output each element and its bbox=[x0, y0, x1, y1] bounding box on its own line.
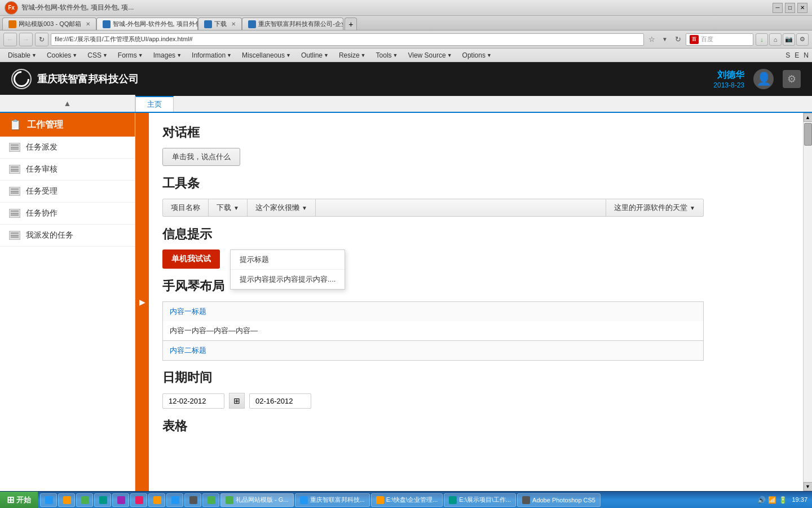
new-tab-button[interactable]: + bbox=[345, 17, 357, 30]
search-box[interactable]: 百 百度 bbox=[686, 33, 753, 46]
browser-titlebar: Fx 智城-外包网-软件外包, 项目外包, 项... ─ □ ✕ bbox=[0, 0, 812, 16]
address-bar: ← → ↻ ☆ ▼ ↻ 百 百度 ↓ ⌂ 📷 ⚙ bbox=[0, 30, 812, 49]
window-controls: ─ □ ✕ bbox=[773, 3, 807, 13]
bookmark-dropdown-icon[interactable]: ▼ bbox=[659, 34, 670, 45]
info-dropdown-item-title[interactable]: 提示标题 bbox=[231, 250, 345, 270]
dialog-button[interactable]: 单击我，说点什么 bbox=[162, 148, 240, 166]
dev-menu-images[interactable]: Images ▼ bbox=[149, 50, 186, 60]
app-header: 重庆联智富邦科技公司 刘德华 2013-8-23 👤 ⚙ bbox=[0, 62, 812, 96]
forward-button[interactable]: → bbox=[19, 33, 33, 46]
close-button[interactable]: ✕ bbox=[797, 3, 807, 13]
back-button[interactable]: ← bbox=[3, 33, 17, 46]
taskbar-item-folder2[interactable]: E:\展示项目\工作... bbox=[444, 493, 516, 507]
scrollbar-down-button[interactable]: ▼ bbox=[804, 482, 813, 491]
app-main: 📋 工作管理 任务派发 任务审核 bbox=[0, 113, 812, 491]
taskbar-quicklaunch-extra6[interactable] bbox=[166, 493, 183, 507]
settings-button[interactable]: ⚙ bbox=[783, 70, 801, 88]
address-input[interactable] bbox=[51, 33, 644, 46]
tab-favicon-download bbox=[204, 20, 212, 28]
search-placeholder: 百度 bbox=[701, 35, 713, 43]
sidebar-collapse-button[interactable]: ▲ bbox=[0, 95, 135, 112]
dev-menu-cookies-label: Cookies bbox=[47, 51, 71, 59]
accordion-title-1[interactable]: 内容一标题 bbox=[163, 302, 703, 321]
info-section-wrapper: 单机我试试 提示标题 提示内容提示内容提示内容.... bbox=[162, 249, 789, 269]
maximize-button[interactable]: □ bbox=[785, 3, 795, 13]
dev-menu-viewsource[interactable]: View Source ▼ bbox=[403, 50, 456, 60]
refresh-icon[interactable]: ↻ bbox=[672, 34, 683, 45]
taskbar-quicklaunch-extra1[interactable] bbox=[76, 493, 93, 507]
info-dropdown-item-content[interactable]: 提示内容提示内容提示内容.... bbox=[231, 270, 345, 289]
dev-right-e[interactable]: E bbox=[795, 51, 799, 59]
sidebar-item-task-dispatch[interactable]: 任务派发 bbox=[0, 137, 135, 159]
toolbar-item-project[interactable]: 项目名称 bbox=[163, 199, 209, 216]
accordion-title-2[interactable]: 内容二标题 bbox=[163, 341, 703, 360]
dev-menu-misc[interactable]: Miscellaneous ▼ bbox=[237, 50, 295, 60]
firefox-logo[interactable]: Fx bbox=[5, 1, 18, 15]
toolbar-item-lazy[interactable]: 这个家伙很懒 ▼ bbox=[248, 199, 316, 216]
dev-menu-options-label: Options bbox=[462, 51, 486, 59]
dev-right-s[interactable]: S bbox=[785, 51, 790, 59]
toolbar-item-lazy-label: 这个家伙很懒 bbox=[255, 203, 299, 213]
start-button[interactable]: ⊞ 开始 bbox=[0, 492, 38, 509]
table-section-title: 表格 bbox=[162, 418, 789, 435]
taskbar-quicklaunch-extra2[interactable] bbox=[94, 493, 111, 507]
sidebar-item-my-tasks[interactable]: 我派发的任务 bbox=[0, 225, 135, 247]
taskbar-quicklaunch-ie[interactable] bbox=[40, 493, 57, 507]
dev-right-n[interactable]: N bbox=[804, 51, 809, 59]
dev-menu-options-arrow: ▼ bbox=[487, 52, 492, 58]
dev-menu-disable[interactable]: Disable ▼ bbox=[3, 50, 41, 60]
user-avatar[interactable]: 👤 bbox=[753, 69, 774, 89]
tab-download[interactable]: 下载 ✕ bbox=[198, 17, 242, 30]
toolbar-item-download[interactable]: 下载 ▼ bbox=[209, 199, 248, 216]
bookmark-icon[interactable]: ☆ bbox=[646, 34, 657, 45]
tab-zhicheng[interactable]: 智城-外包网-软件外包, 项目外包, 项... ✕ bbox=[96, 17, 198, 30]
toolbar-item-project-label: 项目名称 bbox=[171, 203, 200, 213]
dev-menu-information[interactable]: Information ▼ bbox=[187, 50, 236, 60]
dev-menu-tools[interactable]: Tools ▼ bbox=[372, 50, 403, 60]
dev-menu-resize[interactable]: Resize ▼ bbox=[334, 50, 370, 60]
download-icon[interactable]: ↓ bbox=[756, 33, 768, 46]
info-button[interactable]: 单机我试试 bbox=[162, 249, 220, 269]
sidebar-item-task-receive[interactable]: 任务受理 bbox=[0, 181, 135, 203]
taskbar-quicklaunch-ff[interactable] bbox=[58, 493, 75, 507]
collapse-chevron-icon: ▲ bbox=[64, 99, 72, 108]
reload-button[interactable]: ↻ bbox=[35, 33, 48, 46]
tab-company[interactable]: 重庆智联富邦科技有限公司-企业信... ✕ bbox=[242, 17, 343, 30]
scrollbar-thumb[interactable] bbox=[804, 123, 812, 146]
sidebar-item-task-collab[interactable]: 任务协作 bbox=[0, 203, 135, 225]
screenshot-icon[interactable]: 📷 bbox=[783, 33, 795, 46]
minimize-button[interactable]: ─ bbox=[773, 3, 783, 13]
tab-close-qqmail[interactable]: ✕ bbox=[86, 21, 90, 27]
tab-qqmail[interactable]: 网站模版003 - QQ邮箱 ✕ bbox=[2, 17, 96, 30]
info-section-title: 信息提示 bbox=[162, 226, 789, 243]
dev-menu-outline[interactable]: Outline ▼ bbox=[297, 50, 333, 60]
dev-menu-css[interactable]: CSS ▼ bbox=[83, 50, 112, 60]
taskbar-quicklaunch-extra8[interactable] bbox=[202, 493, 219, 507]
taskbar-quicklaunch-extra7[interactable] bbox=[184, 493, 201, 507]
date-input-1[interactable] bbox=[162, 393, 224, 409]
tab-home[interactable]: 主页 bbox=[135, 96, 174, 112]
sidebar-item-task-review[interactable]: 任务审核 bbox=[0, 159, 135, 181]
home-icon[interactable]: ⌂ bbox=[769, 33, 782, 46]
date-picker-icon[interactable]: ⊞ bbox=[229, 393, 245, 409]
tab-close-download[interactable]: ✕ bbox=[231, 21, 236, 27]
dev-menu-options[interactable]: Options ▼ bbox=[458, 50, 496, 60]
firefox-taskbar-icon bbox=[63, 496, 71, 504]
dev-menu-forms[interactable]: Forms ▼ bbox=[113, 50, 148, 60]
taskbar-item-photoshop[interactable]: Adobe Photoshop CS5 bbox=[517, 493, 601, 507]
settings-gear-icon: ⚙ bbox=[787, 73, 796, 85]
task-dispatch-icon bbox=[9, 143, 20, 152]
taskbar-item-folder1[interactable]: E:\快盘\企业管理... bbox=[371, 493, 443, 507]
taskbar-quicklaunch-extra4[interactable] bbox=[130, 493, 147, 507]
tab-label-download: 下载 bbox=[214, 20, 227, 28]
taskbar-quicklaunch-extra5[interactable] bbox=[148, 493, 165, 507]
taskbar-item-company[interactable]: 重庆智联富邦科技... bbox=[295, 493, 370, 507]
taskbar-item-gift[interactable]: 礼品网站模版 - G... bbox=[220, 493, 294, 507]
ie-icon bbox=[45, 496, 53, 504]
more-tools-icon[interactable]: ⚙ bbox=[796, 33, 809, 46]
scrollbar-up-button[interactable]: ▲ bbox=[804, 113, 813, 122]
toolbar-item-opensource[interactable]: 这里的开源软件的天堂 ▼ bbox=[606, 199, 703, 216]
date-input-2[interactable] bbox=[249, 393, 311, 409]
dev-menu-cookies[interactable]: Cookies ▼ bbox=[42, 50, 82, 60]
taskbar-quicklaunch-extra3[interactable] bbox=[112, 493, 129, 507]
